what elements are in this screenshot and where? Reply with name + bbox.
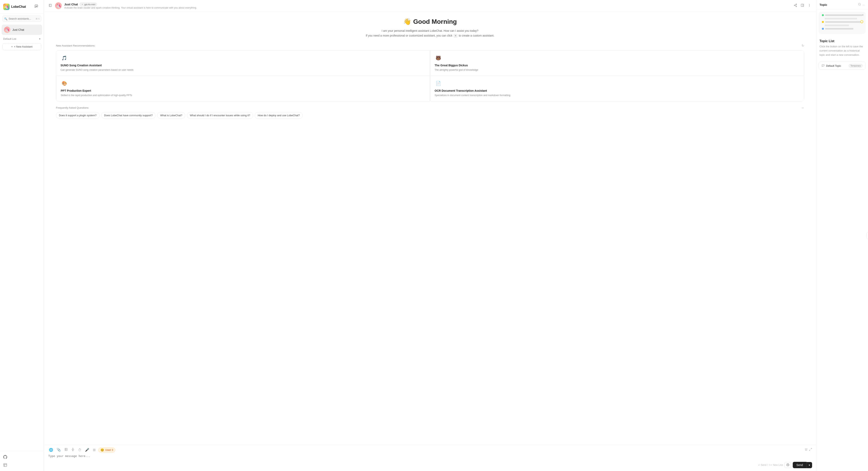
nav-github-icon[interactable] xyxy=(0,453,44,461)
topic-list-title: Topic List xyxy=(819,39,865,43)
recommendations-section-header: New Assistant Recommendations: ↻ xyxy=(56,44,804,48)
sidebar-nav-bottom xyxy=(0,451,44,471)
toolbar-audio-button[interactable] xyxy=(70,447,75,453)
search-shortcut: ⌘ K xyxy=(35,18,40,20)
toolbar-mic-button[interactable]: 🎤 xyxy=(84,447,90,453)
greeting-emoji: 👋 xyxy=(403,18,411,25)
panel-more-button[interactable]: ··· xyxy=(862,3,865,6)
svg-point-8 xyxy=(796,4,797,5)
svg-line-11 xyxy=(795,6,796,6)
greeting-text: Good Morning xyxy=(413,18,457,25)
svg-rect-13 xyxy=(801,4,804,7)
card-title-ppt: PPT Production Expert xyxy=(61,89,426,92)
share-button[interactable] xyxy=(793,3,798,9)
topic-illustration: ✕ xyxy=(819,12,866,34)
card-desc-suno: Can generate SUNO song creation paramete… xyxy=(61,68,426,72)
svg-line-12 xyxy=(795,5,796,5)
faq-chip-2[interactable]: What is LobeChat? xyxy=(157,112,185,119)
svg-point-27 xyxy=(859,3,860,5)
faq-label: Frequently Asked Questions: xyxy=(56,106,89,109)
faq-chip-1[interactable]: Does LobeChat have community support? xyxy=(101,112,156,119)
new-assistant-button[interactable]: + + New Assistant xyxy=(2,43,41,50)
greeting-line3: to create a custom assistant. xyxy=(459,34,494,37)
more-menu-button[interactable] xyxy=(807,3,812,9)
svg-rect-2 xyxy=(4,464,7,467)
assistant-card-biggus[interactable]: 🐻 The Great Biggus Dickus The almighty p… xyxy=(430,51,804,76)
nav-book-icon[interactable] xyxy=(0,461,44,469)
temporary-badge: Temporary xyxy=(849,64,863,67)
faq-section: Frequently Asked Questions: → Does it su… xyxy=(56,106,804,119)
default-topic-name: Default Topic xyxy=(826,64,847,67)
assistant-card-suno[interactable]: 🎵 SUNO Song Creation Assistant Can gener… xyxy=(56,51,430,76)
toolbar-grid-button[interactable]: ⊞ xyxy=(92,447,97,453)
logo-icon: 🦄 xyxy=(3,4,9,10)
chat-avatar: 🦄 xyxy=(4,27,10,33)
expand-button[interactable] xyxy=(809,448,812,452)
svg-point-9 xyxy=(794,5,795,6)
panel-toggle-button[interactable] xyxy=(800,3,805,9)
assistant-card-ocr[interactable]: 📄 OCR Document Transcription Assistant S… xyxy=(430,76,804,101)
create-assistant-plus[interactable]: + xyxy=(454,34,458,38)
right-panel: Topic ··· ✕ xyxy=(816,0,868,471)
faq-chip-0[interactable]: Does it support a plugin system? xyxy=(56,112,100,119)
card-icon-biggus: 🐻 xyxy=(435,55,442,62)
just-chat-item[interactable]: 🦄 Just Chat xyxy=(2,25,42,35)
plus-icon: + xyxy=(11,45,13,48)
topic-icon xyxy=(822,64,825,67)
model-badge: gpt-4o-mini xyxy=(80,3,97,6)
input-footer: ↵ Send / ⇧↵ New Line Send ▾ xyxy=(48,462,812,468)
default-topic-item[interactable]: Default Topic Temporary xyxy=(819,62,866,70)
svg-line-24 xyxy=(811,448,812,449)
faq-chip-4[interactable]: How do I deploy and use LobeChat? xyxy=(255,112,303,119)
default-list-header: Default List ▾ xyxy=(0,36,44,42)
faq-chips: Does it support a plugin system? Does Lo… xyxy=(56,112,804,119)
svg-point-10 xyxy=(796,6,797,7)
card-desc-biggus: The almighty powerful god of kInowledge xyxy=(435,68,800,72)
new-chat-button[interactable] xyxy=(32,3,40,10)
app-name: LobeChat xyxy=(11,5,26,8)
panel-search-button[interactable] xyxy=(858,3,861,6)
clear-button[interactable] xyxy=(805,448,808,452)
print-button[interactable] xyxy=(784,462,791,468)
panel-header-actions: ··· xyxy=(858,3,865,6)
assistant-card-ppt[interactable]: 🎨 PPT Production Expert Skilled in the r… xyxy=(56,76,430,101)
greeting-line2: If you need a more professional or custo… xyxy=(366,34,453,37)
faq-chip-3[interactable]: What should I do if I encounter issues w… xyxy=(187,112,253,119)
svg-line-28 xyxy=(860,5,861,5)
chat-name: Just Chat xyxy=(12,28,24,31)
header-info: Just Chat gpt-4o-mini Activate the brain… xyxy=(64,3,197,9)
input-area: 🌐 📎 ⏱ 🎤 ⊞ 😊 Used 0 xyxy=(44,445,816,471)
illustration-close-button[interactable]: ✕ xyxy=(862,13,864,17)
toolbar-table-button[interactable] xyxy=(63,447,69,453)
illus-dot-green xyxy=(822,14,824,16)
send-dropdown-button[interactable]: ▾ xyxy=(807,462,812,468)
model-name: gpt-4o-mini xyxy=(84,3,95,6)
toolbar-timer-button[interactable]: ⏱ xyxy=(77,447,83,453)
card-icon-ppt: 🎨 xyxy=(61,80,68,87)
refresh-button[interactable]: ↻ xyxy=(802,44,804,48)
toolbar-attach-button[interactable]: 📎 xyxy=(56,447,62,453)
sidebar-collapse-button[interactable] xyxy=(48,3,53,8)
search-icon: 🔍 xyxy=(4,17,7,20)
send-button[interactable]: Send xyxy=(793,462,807,468)
header-actions xyxy=(793,3,812,9)
card-title-suno: SUNO Song Creation Assistant xyxy=(61,64,426,67)
illus-row-5 xyxy=(822,28,862,30)
message-input[interactable] xyxy=(48,454,812,459)
greeting-subtitle: I am your personal intelligent assistant… xyxy=(366,29,494,38)
used-badge[interactable]: 😊 Used 0 xyxy=(98,447,115,452)
main-area: 🦄 Just Chat gpt-4o-mini Activate the bra… xyxy=(44,0,816,471)
recommendations-label: New Assistant Recommendations: xyxy=(56,44,95,47)
greeting-title: 👋 Good Morning xyxy=(403,18,457,25)
illustration-lines xyxy=(819,12,866,34)
header-subtitle: Activate the brain cluster and spark cre… xyxy=(64,6,197,9)
svg-rect-5 xyxy=(49,4,52,7)
toolbar-web-button[interactable]: 🌐 xyxy=(48,447,54,453)
panel-collapse-button[interactable]: › xyxy=(866,232,868,239)
svg-point-7 xyxy=(82,4,83,5)
illus-row-4 xyxy=(822,25,862,26)
used-count: 0 xyxy=(112,449,113,451)
input-toolbar: 🌐 📎 ⏱ 🎤 ⊞ 😊 Used 0 xyxy=(48,447,812,453)
card-desc-ocr: Specializes in document content transcri… xyxy=(435,93,800,97)
card-desc-ppt: Skilled in the rapid production and opti… xyxy=(61,93,426,97)
